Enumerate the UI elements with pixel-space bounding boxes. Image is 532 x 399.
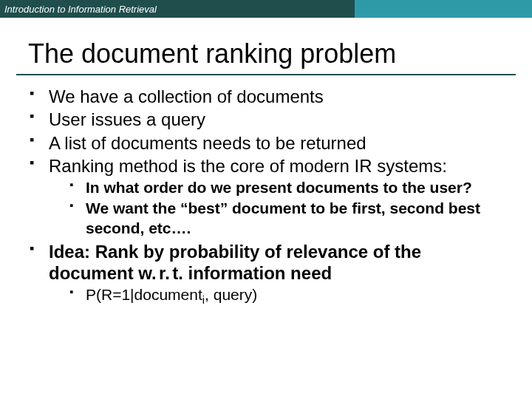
sub-bullet-item: P(R=1|documenti, query) — [69, 285, 502, 304]
sub-bullet-list: P(R=1|documenti, query) — [49, 285, 502, 304]
header-right-accent — [355, 0, 532, 18]
header-bar: Introduction to Information Retrieval — [0, 0, 532, 18]
bullet-item: Ranking method is the core of modern IR … — [30, 155, 502, 238]
slide-title: The document ranking problem — [28, 38, 532, 69]
bullet-list: We have a collection of documents User i… — [30, 86, 502, 305]
slide-content: We have a collection of documents User i… — [30, 86, 502, 305]
bullet-item: We have a collection of documents — [30, 86, 502, 107]
sub-bullet-item: We want the “best” document to be first,… — [69, 199, 502, 238]
title-rule — [16, 74, 516, 75]
bullet-item: Idea: Rank by probability of relevance o… — [30, 241, 502, 305]
bullet-item: User issues a query — [30, 109, 502, 130]
slide: Introduction to Information Retrieval Th… — [0, 0, 532, 399]
bullet-text: Rank by probability of relevance of the … — [49, 242, 421, 283]
bullet-item: A list of documents needs to be returned — [30, 132, 502, 154]
header-left: Introduction to Information Retrieval — [0, 0, 355, 18]
formula-part: , query) — [205, 286, 257, 303]
formula-part: P(R=1|document — [86, 286, 202, 303]
header-text: Introduction to Information Retrieval — [0, 4, 157, 15]
sub-bullet-list: In what order do we present documents to… — [49, 178, 502, 238]
bullet-text: Ranking method is the core of modern IR … — [49, 156, 447, 176]
bullet-prefix: Idea: — [49, 242, 90, 262]
sub-bullet-item: In what order do we present documents to… — [69, 178, 502, 197]
